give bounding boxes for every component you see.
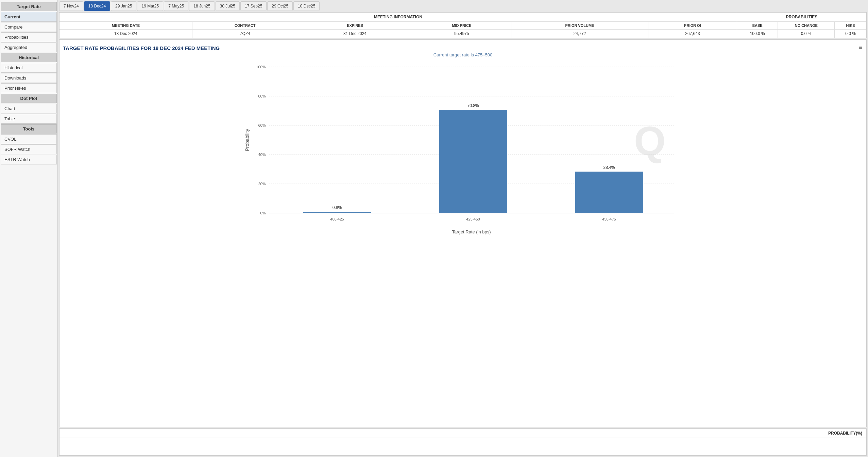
svg-text:100%: 100% [256,65,266,69]
svg-text:Target Rate (in bps): Target Rate (in bps) [452,229,491,234]
svg-text:400-425: 400-425 [330,217,344,221]
date-tab-29-jan25[interactable]: 29 Jan25 [111,1,136,11]
cell-hike: 0.0 % [835,30,866,38]
cell-prior-oi: 267,643 [648,30,737,38]
sidebar-section-historical: Historical [1,53,57,62]
date-tabs: 7 Nov2418 Dec2429 Jan2519 Mar257 May2518… [59,1,867,11]
meeting-info-header: MEETING INFORMATION [59,13,737,22]
svg-text:80%: 80% [258,94,266,98]
cell-no-change: 0.0 % [778,30,835,38]
svg-text:70.8%: 70.8% [467,103,479,108]
chart-title: TARGET RATE PROBABILITIES FOR 18 DEC 202… [63,45,863,51]
svg-text:Q: Q [634,118,666,164]
sidebar-item-table[interactable]: Table [1,114,57,124]
sidebar: Target Rate Current Compare Probabilitie… [0,0,58,457]
col-contract: CONTRACT [192,22,298,30]
cell-meeting-date: 18 Dec 2024 [59,30,192,38]
date-tab-19-mar25[interactable]: 19 Mar25 [137,1,163,11]
probabilities-section: PROBABILITIES EASE NO CHANGE HIKE 100.0 … [737,13,866,38]
sidebar-item-compare[interactable]: Compare [1,22,57,32]
bottom-panel-header: PROBABILITY(%) [59,429,866,438]
probabilities-table: EASE NO CHANGE HIKE 100.0 % 0.0 % 0.0 % [737,22,866,38]
date-tab-10-dec25[interactable]: 10 Dec25 [293,1,320,11]
meeting-info-section: MEETING INFORMATION MEETING DATE CONTRAC… [59,13,737,38]
col-expires: EXPIRES [298,22,412,30]
col-no-change: NO CHANGE [778,22,835,30]
col-meeting-date: MEETING DATE [59,22,192,30]
cell-ease: 100.0 % [737,30,778,38]
col-hike: HIKE [835,22,866,30]
date-tab-7-nov24[interactable]: 7 Nov24 [59,1,83,11]
svg-text:60%: 60% [258,123,266,127]
sidebar-item-downloads[interactable]: Downloads [1,73,57,83]
col-prior-oi: PRIOR OI [648,22,737,30]
date-tab-18-dec24[interactable]: 18 Dec24 [84,1,110,11]
col-prior-volume: PRIOR VOLUME [511,22,648,30]
svg-text:0.8%: 0.8% [333,205,342,210]
sidebar-section-target-rate: Target Rate [1,2,57,11]
meeting-info-table: MEETING DATE CONTRACT EXPIRES MID PRICE … [59,22,737,38]
svg-text:20%: 20% [258,182,266,186]
info-panel: MEETING INFORMATION MEETING DATE CONTRAC… [59,12,867,38]
sidebar-item-prior-hikes[interactable]: Prior Hikes [1,83,57,93]
sidebar-item-probabilities[interactable]: Probabilities [1,32,57,42]
chart-subtitle: Current target rate is 475–500 [63,52,863,57]
date-tab-17-sep25[interactable]: 17 Sep25 [240,1,267,11]
bar-425-450 [439,110,507,213]
date-tab-30-jul25[interactable]: 30 Jul25 [216,1,240,11]
sidebar-section-tools: Tools [1,124,57,134]
svg-text:0%: 0% [260,211,266,215]
chart-area: 0% 20% 40% 60% 80% 100% Probability 0.8%… [63,60,863,237]
svg-text:425-450: 425-450 [466,217,480,221]
cell-expires: 31 Dec 2024 [298,30,412,38]
col-ease: EASE [737,22,778,30]
sidebar-item-historical[interactable]: Historical [1,63,57,73]
sidebar-item-estr-watch[interactable]: ESTR Watch [1,155,57,164]
probabilities-header: PROBABILITIES [737,13,866,22]
sidebar-item-sofr-watch[interactable]: SOFR Watch [1,144,57,154]
bar-chart-svg: 0% 20% 40% 60% 80% 100% Probability 0.8%… [63,60,863,237]
cell-prior-volume: 24,772 [511,30,648,38]
date-tab-29-oct25[interactable]: 29 Oct25 [267,1,293,11]
hamburger-menu-icon[interactable]: ≡ [858,44,862,51]
cell-mid-price: 95.4975 [412,30,511,38]
cell-contract: ZQZ4 [192,30,298,38]
bar-450-475 [575,172,643,213]
main-content: 7 Nov2418 Dec2429 Jan2519 Mar257 May2518… [58,0,868,457]
sidebar-item-chart[interactable]: Chart [1,104,57,113]
svg-text:Probability: Probability [244,129,250,151]
chart-container: TARGET RATE PROBABILITIES FOR 18 DEC 202… [59,39,867,427]
sidebar-item-current[interactable]: Current [1,12,57,22]
svg-text:450-475: 450-475 [602,217,616,221]
date-tab-18-jun25[interactable]: 18 Jun25 [189,1,215,11]
svg-text:28.4%: 28.4% [603,165,615,170]
col-mid-price: MID PRICE [412,22,511,30]
sidebar-section-dot-plot: Dot Plot [1,94,57,103]
bottom-panel: PROBABILITY(%) [59,428,867,456]
sidebar-item-cvol[interactable]: CVOL [1,134,57,144]
date-tab-7-may25[interactable]: 7 May25 [164,1,188,11]
sidebar-item-aggregated[interactable]: Aggregated [1,42,57,52]
bar-400-425 [303,212,371,213]
svg-text:40%: 40% [258,153,266,157]
